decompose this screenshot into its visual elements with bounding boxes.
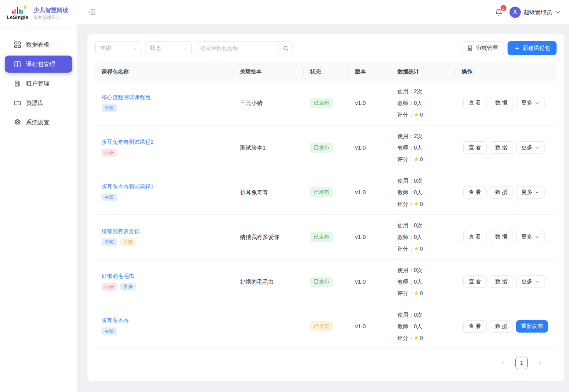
data-button[interactable]: 数 据: [490, 231, 513, 243]
stat-usage: 使用：2次: [397, 85, 455, 97]
package-name-link[interactable]: 好饿的毛毛虫: [102, 273, 134, 280]
column-header: 状态: [304, 63, 349, 81]
view-button[interactable]: 查 看: [463, 141, 487, 154]
cell-stats: 使用：0次 教师：0人 评分：★0: [391, 309, 455, 344]
sidebar: LeSingle 少儿智慧阅读 服务管理后台 数据看板课程包管理租户管理资源库系…: [0, 0, 77, 392]
stat-rating: 评分：★0: [397, 198, 455, 210]
star-icon: ★: [414, 111, 419, 118]
cell-version: v1.0: [349, 323, 391, 329]
cell-stats: 使用：0次 教师：0人 评分：★0: [391, 220, 455, 254]
cell-name: 折耳兔奇奇测试课程1 中班: [95, 183, 234, 201]
next-page-button[interactable]: [537, 360, 543, 366]
view-button[interactable]: 查 看: [463, 275, 487, 288]
sidebar-item-gear[interactable]: 系统设置: [5, 114, 72, 131]
grade-select[interactable]: 年级: [95, 41, 142, 55]
menu-fold-icon[interactable]: [88, 7, 97, 17]
user-name: 超级管理员: [524, 9, 552, 16]
cell-actions: 查 看 数 据 重新发布: [455, 320, 557, 333]
avatar: [509, 7, 521, 18]
logo-bars-icon: [12, 7, 23, 14]
page-number-button[interactable]: 1: [515, 357, 528, 369]
gear-icon: [14, 119, 21, 126]
sidebar-item-label: 资源库: [26, 99, 44, 107]
grade-select-placeholder: 年级: [100, 45, 111, 52]
grade-tags: 中班: [102, 328, 234, 335]
stat-teacher-value: 0人: [414, 145, 422, 151]
more-button[interactable]: 更多: [516, 97, 545, 109]
cell-book: 三只小猪: [234, 99, 304, 107]
column-header: 课程包名称: [95, 63, 234, 81]
chevron-down-icon: [535, 190, 539, 195]
app-root: LeSingle 少儿智慧阅读 服务管理后台 数据看板课程包管理租户管理资源库系…: [0, 0, 569, 392]
more-button[interactable]: 更多: [516, 186, 545, 199]
package-name-link[interactable]: 折耳兔奇奇测试课程2: [102, 139, 154, 146]
republish-button[interactable]: 重新发布: [516, 320, 548, 333]
user-icon: [512, 9, 518, 15]
cell-name: 折耳兔奇奇 中班: [95, 317, 234, 335]
view-button[interactable]: 查 看: [463, 231, 487, 243]
sidebar-item-label: 课程包管理: [26, 61, 55, 68]
package-name-link[interactable]: 折耳兔奇奇: [102, 317, 129, 324]
cell-version: v1.0: [349, 145, 391, 151]
sidebar-item-dashboard[interactable]: 数据看板: [5, 36, 72, 53]
search-button[interactable]: [278, 42, 292, 55]
dashboard-icon: [14, 41, 21, 48]
stat-teacher: 教师：0人: [397, 186, 455, 198]
view-button[interactable]: 查 看: [463, 320, 487, 333]
stat-rating-value: 0: [420, 112, 423, 118]
stat-teacher-label: 教师：: [397, 145, 414, 151]
stat-usage-value: 0次: [414, 178, 422, 184]
more-button[interactable]: 更多: [516, 275, 545, 288]
cell-actions: 查 看 数 据 更多: [455, 186, 557, 199]
cell-status: 已发布: [304, 187, 349, 197]
data-button[interactable]: 数 据: [490, 141, 513, 154]
status-badge: 已下架: [310, 321, 333, 331]
grade-tag: 中班: [102, 328, 117, 335]
user-menu[interactable]: 超级管理员: [509, 7, 561, 18]
status-select[interactable]: 状态: [145, 41, 192, 55]
table-body: 核心流程测试课程包 中班 三只小猪 已发布 v1.0 使用：2次 教师：0人 评…: [95, 81, 557, 349]
stat-rating-label: 评分：: [397, 335, 414, 341]
package-name-link[interactable]: 猜猜我有多爱你: [102, 228, 140, 235]
audit-manage-button[interactable]: 审核管理: [461, 41, 504, 55]
star-icon: ★: [414, 335, 419, 341]
grade-tag: 中班: [102, 193, 117, 201]
more-button[interactable]: 更多: [516, 141, 545, 154]
star-icon: ★: [414, 200, 419, 207]
data-button[interactable]: 数 据: [490, 275, 513, 288]
chevron-down-icon: [182, 46, 187, 51]
sidebar-item-building[interactable]: 租户管理: [5, 75, 72, 92]
prev-page-button[interactable]: [501, 360, 506, 366]
topbar-right: 5 超级管理员: [494, 7, 561, 18]
package-name-link[interactable]: 折耳兔奇奇测试课程1: [102, 183, 154, 190]
stat-usage-label: 使用：: [397, 178, 414, 184]
create-package-button[interactable]: 新建课程包: [508, 41, 557, 55]
grade-tag: 小班: [102, 283, 117, 291]
data-button[interactable]: 数 据: [490, 320, 513, 333]
sidebar-item-folder[interactable]: 资源库: [5, 94, 72, 112]
star-icon: ★: [414, 156, 419, 162]
cell-status: 已发布: [304, 98, 349, 108]
search-input[interactable]: [195, 42, 278, 55]
stat-teacher: 教师：0人: [397, 142, 455, 153]
star-icon: ★: [414, 245, 419, 252]
sidebar-item-book[interactable]: 课程包管理: [5, 56, 72, 73]
pagination: 1: [95, 349, 557, 369]
cell-name: 折耳兔奇奇测试课程2 小班: [95, 139, 234, 157]
view-button[interactable]: 查 看: [463, 186, 487, 199]
data-button[interactable]: 数 据: [490, 186, 513, 199]
stat-rating: 评分：★0: [397, 287, 455, 299]
data-button[interactable]: 数 据: [490, 97, 513, 109]
package-name-link[interactable]: 核心流程测试课程包: [102, 94, 151, 101]
view-button[interactable]: 查 看: [463, 97, 487, 109]
notification-bell[interactable]: 5: [494, 7, 504, 17]
stat-rating-value: 0: [420, 156, 423, 162]
table-row: 核心流程测试课程包 中班 三只小猪 已发布 v1.0 使用：2次 教师：0人 评…: [95, 81, 557, 125]
brand-text: 少儿智慧阅读 服务管理后台: [33, 7, 68, 20]
brand-title: 少儿智慧阅读: [33, 7, 68, 14]
more-button[interactable]: 更多: [516, 231, 545, 243]
stat-usage: 使用：0次: [397, 309, 455, 321]
grade-tag: 中班: [102, 104, 117, 112]
grade-tags: 中班: [102, 193, 234, 201]
status-badge: 已发布: [310, 277, 333, 287]
